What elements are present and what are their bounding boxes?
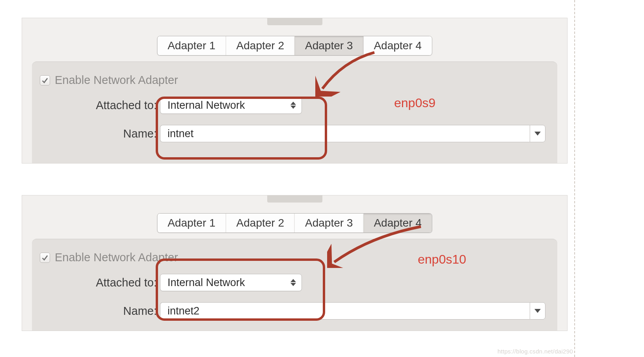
network-name-row: Name: bbox=[83, 125, 545, 142]
network-name-dropdown-button[interactable] bbox=[530, 125, 545, 142]
tab-adapter4[interactable]: Adapter 4 bbox=[363, 214, 432, 232]
svg-marker-5 bbox=[534, 309, 541, 313]
adapter-tabs: Adapter 1 Adapter 2 Adapter 3 Adapter 4 bbox=[157, 213, 432, 233]
svg-marker-2 bbox=[534, 132, 541, 136]
attached-to-dropdown[interactable]: Internal Network bbox=[160, 97, 302, 114]
adapter3-form: Enable Network Adapter Attached to: Inte… bbox=[32, 61, 557, 163]
adapter4-form: Enable Network Adapter Attached to: Inte… bbox=[32, 239, 557, 331]
tab-adapter4[interactable]: Adapter 4 bbox=[363, 36, 432, 55]
attached-to-row: Attached to: Internal Network bbox=[83, 274, 545, 291]
network-name-combobox bbox=[160, 302, 545, 320]
svg-marker-0 bbox=[290, 102, 296, 105]
updown-icon bbox=[290, 102, 296, 109]
tab-adapter2[interactable]: Adapter 2 bbox=[226, 214, 295, 232]
chevron-down-icon bbox=[534, 309, 541, 313]
page-right-dashed-border bbox=[574, 0, 575, 357]
watermark-text: https://blog.csdn.net/dai290 bbox=[497, 348, 573, 355]
annotation-text: enp0s10 bbox=[418, 252, 466, 267]
check-icon bbox=[41, 77, 48, 84]
updown-icon bbox=[290, 279, 296, 286]
network-settings-panel-adapter3: Adapter 1 Adapter 2 Adapter 3 Adapter 4 … bbox=[22, 18, 568, 164]
tab-adapter3[interactable]: Adapter 3 bbox=[295, 214, 363, 232]
attached-to-row: Attached to: Internal Network bbox=[83, 97, 545, 114]
attached-to-label: Attached to: bbox=[83, 99, 160, 112]
attached-to-value: Internal Network bbox=[168, 99, 245, 112]
network-name-row: Name: bbox=[83, 302, 545, 320]
enable-adapter-label: Enable Network Adapter bbox=[55, 74, 178, 87]
svg-marker-4 bbox=[290, 283, 296, 286]
enable-adapter-label: Enable Network Adapter bbox=[55, 251, 178, 264]
panel-drag-handle bbox=[267, 195, 322, 203]
network-name-label: Name: bbox=[83, 305, 160, 318]
attached-to-dropdown[interactable]: Internal Network bbox=[160, 274, 302, 291]
svg-marker-3 bbox=[290, 279, 296, 282]
attached-to-label: Attached to: bbox=[83, 276, 160, 289]
enable-adapter-row: Enable Network Adapter bbox=[40, 74, 178, 87]
network-name-dropdown-button[interactable] bbox=[530, 302, 545, 320]
enable-adapter-row: Enable Network Adapter bbox=[40, 251, 178, 264]
tab-adapter1[interactable]: Adapter 1 bbox=[157, 36, 226, 55]
panel-drag-handle bbox=[267, 18, 322, 25]
network-name-label: Name: bbox=[83, 127, 160, 140]
check-icon bbox=[41, 254, 48, 261]
enable-adapter-checkbox[interactable] bbox=[40, 75, 50, 86]
tab-adapter2[interactable]: Adapter 2 bbox=[226, 36, 295, 55]
svg-marker-1 bbox=[290, 106, 296, 109]
annotation-text: enp0s9 bbox=[394, 96, 436, 110]
network-name-input[interactable] bbox=[160, 302, 530, 320]
chevron-down-icon bbox=[534, 132, 541, 136]
tab-adapter3[interactable]: Adapter 3 bbox=[295, 36, 363, 55]
attached-to-value: Internal Network bbox=[168, 277, 245, 289]
adapter-tabs: Adapter 1 Adapter 2 Adapter 3 Adapter 4 bbox=[157, 36, 432, 56]
enable-adapter-checkbox[interactable] bbox=[40, 253, 50, 263]
network-name-input[interactable] bbox=[160, 125, 530, 142]
network-name-combobox bbox=[160, 125, 545, 142]
tab-adapter1[interactable]: Adapter 1 bbox=[157, 214, 226, 232]
network-settings-panel-adapter4: Adapter 1 Adapter 2 Adapter 3 Adapter 4 … bbox=[22, 195, 568, 331]
